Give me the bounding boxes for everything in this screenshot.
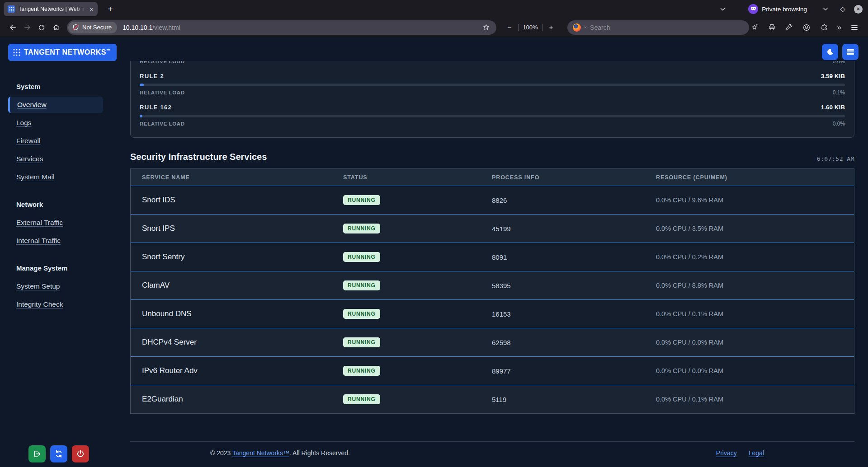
services-table-header: SERVICE NAME STATUS PROCESS INFO RESOURC… [131, 169, 854, 186]
tab-close-icon[interactable]: × [90, 6, 94, 13]
refresh-button[interactable] [50, 445, 67, 462]
status-badge: RUNNING [343, 195, 380, 205]
app-menu-hamburger-icon[interactable] [851, 24, 858, 31]
rule-size: 1.60 KIB [821, 104, 845, 111]
tab-title: Tangent Networks | Web in [19, 6, 86, 12]
site-security-chip[interactable]: Not Secure [68, 22, 117, 33]
toolbar-icons: » [751, 23, 858, 32]
status-badge: RUNNING [343, 252, 380, 262]
rule-load-label: RELATIVE LOAD [140, 121, 185, 126]
zoom-out-button[interactable]: − [504, 23, 515, 31]
firewall-rules-card: RELATIVE LOAD 0.0% RULE 2 3.59 KIB RELAT… [130, 61, 854, 138]
section-title: Security Infrastructure Services [130, 152, 267, 162]
brand-link[interactable]: Tangent Networks™ [232, 449, 289, 457]
logo-dots-icon [13, 48, 21, 56]
status-badge: RUNNING [343, 337, 380, 347]
logout-icon [33, 449, 42, 458]
url-host: 10.10.10.1 [123, 24, 152, 31]
status-badge: RUNNING [343, 394, 380, 404]
sidebar-item-system-mail[interactable]: System Mail [8, 169, 103, 185]
power-button[interactable] [72, 445, 89, 462]
search-engine-icon[interactable] [573, 23, 581, 32]
table-row: Snort Sentry RUNNING 8091 0.0% CPU / 0.2… [131, 243, 854, 271]
dark-mode-toggle-button[interactable] [822, 44, 838, 60]
hamburger-icon [847, 48, 854, 56]
sidebar-item-external-traffic[interactable]: External Traffic [8, 215, 103, 231]
account-icon[interactable] [802, 23, 811, 32]
browser-toolbar: Not Secure 10.10.10.1/view.html − 100% + [0, 18, 868, 37]
search-bar[interactable] [567, 20, 749, 35]
table-row: ClamAV RUNNING 58395 0.0% CPU / 8.8% RAM [131, 271, 854, 299]
extensions-puzzle-icon[interactable] [820, 23, 828, 31]
sidebar-heading-network: Network [16, 201, 103, 208]
main-content: RELATIVE LOAD 0.0% RULE 2 3.59 KIB RELAT… [130, 61, 854, 467]
search-engine-chevron-icon[interactable] [584, 25, 587, 29]
status-badge: RUNNING [343, 224, 380, 234]
window-close-icon[interactable]: × [854, 5, 863, 14]
private-browsing-label: Private browsing [762, 6, 807, 13]
moon-icon [826, 48, 834, 56]
rule-name: RULE 162 [140, 104, 172, 111]
site-favicon-icon [8, 5, 15, 13]
sidebar-item-integrity-check[interactable]: Integrity Check [8, 296, 103, 313]
power-icon [76, 449, 85, 458]
status-badge: RUNNING [343, 309, 380, 319]
sidebar-item-logs[interactable]: Logs [8, 115, 103, 131]
sidebar-item-services[interactable]: Services [8, 151, 103, 167]
page-footer: © 2023 Tangent Networks™. All Rights Res… [130, 441, 854, 467]
section-timestamp: 6:07:52 AM [817, 155, 854, 162]
rule-load-label: RELATIVE LOAD [140, 90, 185, 95]
rule-size: 3.59 KIB [821, 73, 845, 79]
sidebar-item-overview[interactable]: Overview [8, 97, 103, 113]
rule-name: RULE 2 [140, 73, 164, 79]
import-star-icon[interactable] [751, 23, 759, 31]
table-row: Unbound DNS RUNNING 16153 0.0% CPU / 0.1… [131, 299, 854, 328]
window-minimize-icon[interactable] [820, 3, 831, 15]
brand-logo: TANGENT NETWORKS™ [8, 44, 117, 61]
list-all-tabs-chevron-icon[interactable] [717, 3, 728, 15]
search-input[interactable] [590, 24, 744, 31]
sidebar-item-internal-traffic[interactable]: Internal Traffic [8, 233, 103, 249]
menu-button[interactable] [842, 44, 859, 60]
url-path: /view.html [152, 24, 180, 31]
web-page: TANGENT NETWORKS™ System Overview Logs F… [0, 37, 868, 467]
browser-tab[interactable]: Tangent Networks | Web in × [4, 2, 98, 16]
private-browsing-badge: Private browsing [748, 4, 807, 14]
sidebar-item-firewall[interactable]: Firewall [8, 133, 103, 149]
forward-button[interactable] [20, 21, 34, 34]
rule-load-value: 0.1% [833, 89, 845, 96]
url-bar[interactable]: Not Secure 10.10.10.1/view.html [67, 20, 496, 35]
rule-block: RULE 2 3.59 KIB RELATIVE LOAD 0.1% [140, 71, 845, 96]
services-section-header: Security Infrastructure Services 6:07:52… [130, 149, 854, 162]
home-button[interactable] [49, 21, 63, 34]
sidebar-heading-manage-system: Manage System [16, 264, 103, 272]
new-tab-button[interactable]: + [104, 3, 117, 15]
table-row: DHCPv4 Server RUNNING 62598 0.0% CPU / 0… [131, 328, 854, 356]
private-browsing-mask-icon [748, 4, 758, 14]
services-table: SERVICE NAME STATUS PROCESS INFO RESOURC… [130, 168, 854, 414]
sidebar-heading-system: System [16, 83, 103, 90]
overflow-menu-icon[interactable]: » [837, 23, 841, 32]
privacy-link[interactable]: Privacy [716, 449, 737, 457]
sync-icon [54, 449, 63, 458]
sidebar-item-system-setup[interactable]: System Setup [8, 278, 103, 294]
column-header-process-info: PROCESS INFO [481, 174, 645, 181]
bookmark-star-icon[interactable] [482, 23, 490, 31]
sidebar: System Overview Logs Firewall Services S… [8, 61, 103, 467]
window-maximize-icon[interactable]: ◇ [837, 3, 849, 15]
url-text: 10.10.10.1/view.html [123, 24, 180, 31]
back-button[interactable] [5, 21, 20, 34]
table-row: E2Guardian RUNNING 5119 0.0% CPU / 0.1% … [131, 385, 854, 413]
tools-wrench-icon[interactable] [785, 23, 793, 31]
table-row: Snort IDS RUNNING 8826 0.0% CPU / 9.6% R… [131, 186, 854, 214]
table-row: IPv6 Router Adv RUNNING 89977 0.0% CPU /… [131, 356, 854, 385]
status-badge: RUNNING [343, 280, 380, 290]
zoom-level[interactable]: 100% [521, 24, 539, 31]
reload-button[interactable] [34, 21, 49, 34]
logo-text: TANGENT NETWORKS™ [24, 48, 110, 56]
security-label: Not Secure [82, 24, 112, 31]
zoom-in-button[interactable]: + [545, 23, 557, 31]
logout-button[interactable] [28, 445, 46, 462]
legal-link[interactable]: Legal [749, 449, 764, 457]
print-icon[interactable] [768, 23, 776, 31]
